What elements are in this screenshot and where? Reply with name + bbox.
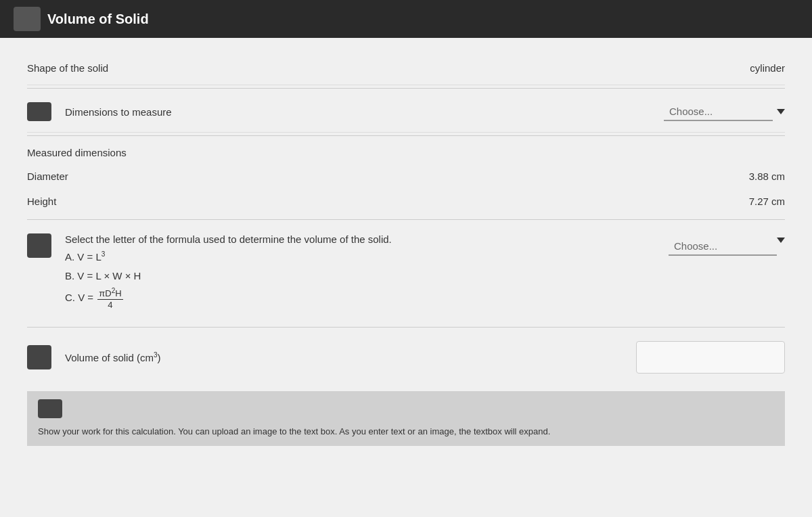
diameter-label: Diameter (27, 171, 704, 182)
volume-label: Volume of solid (cm3) (65, 351, 629, 363)
measured-dimensions-label: Measured dimensions (27, 147, 785, 158)
show-work-icon (38, 399, 62, 418)
formula-dropdown[interactable]: Choose... A B C (669, 238, 777, 256)
dimensions-dropdown[interactable]: Choose... Diameter and Height Length, Wi… (664, 103, 773, 121)
diameter-row: Diameter 3.88 cm (27, 164, 785, 189)
volume-section: Volume of solid (cm3) (27, 330, 785, 384)
shape-of-solid-row: Shape of the solid cylinder (27, 51, 785, 85)
volume-icon (14, 7, 41, 31)
divider-2 (27, 135, 785, 136)
divider-1 (27, 88, 785, 89)
page-wrapper: Volume of Solid Shape of the solid cylin… (0, 0, 812, 517)
formula-option-b: B. V = L × W × H (65, 268, 629, 284)
dimensions-label: Dimensions to measure (27, 102, 636, 121)
dimensions-to-measure-row: Dimensions to measure Choose... Diameter… (27, 91, 785, 133)
formula-choose-container: Choose... A B C (636, 233, 785, 256)
height-row: Height 7.27 cm (27, 189, 785, 214)
formula-content: Select the letter of the formula used to… (65, 233, 629, 313)
volume-solid-icon (27, 345, 51, 369)
formula-icon (27, 233, 51, 258)
formula-prompt: Select the letter of the formula used to… (65, 233, 629, 245)
formula-option-a: A. V = L3 (65, 249, 629, 265)
divider-4 (27, 327, 785, 328)
show-work-text: Show your work for this calculation. You… (38, 425, 774, 439)
volume-label-text: Volume of solid (cm3) (65, 351, 160, 363)
shape-label: Shape of the solid (27, 62, 650, 74)
measured-dimensions-section: Measured dimensions Diameter 3.88 cm Hei… (27, 139, 785, 217)
shape-value: cylinder (650, 62, 785, 74)
dimensions-dropdown-arrow (777, 109, 785, 114)
formula-option-c: C. V = πD2H 4 (65, 287, 629, 311)
height-label: Height (27, 196, 704, 207)
formula-dropdown-arrow (777, 238, 785, 243)
diameter-value: 3.88 cm (704, 171, 785, 182)
height-value: 7.27 cm (704, 196, 785, 207)
dimensions-icon (27, 102, 51, 121)
divider-3 (27, 219, 785, 220)
formula-section: Select the letter of the formula used to… (27, 223, 785, 324)
dimensions-choose-container: Choose... Diameter and Height Length, Wi… (636, 103, 785, 121)
content-area: Shape of the solid cylinder Dimensions t… (0, 38, 812, 459)
fraction-display: πD2H 4 (97, 287, 122, 311)
formula-options: A. V = L3 B. V = L × W × H C. V = πD2H 4 (65, 249, 629, 311)
volume-input[interactable] (636, 341, 785, 374)
page-title: Volume of Solid (47, 12, 149, 27)
show-work-section: Show your work for this calculation. You… (27, 391, 785, 447)
header-bar: Volume of Solid (0, 0, 812, 38)
